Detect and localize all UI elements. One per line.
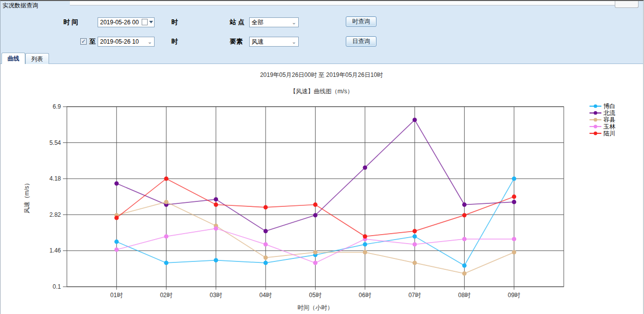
data-point — [413, 118, 417, 122]
corner-tab — [615, 1, 639, 8]
data-point — [264, 255, 268, 260]
data-point — [164, 261, 168, 265]
data-point — [313, 213, 318, 217]
data-point — [462, 271, 467, 276]
legend-marker — [593, 131, 597, 135]
data-point — [363, 250, 367, 254]
time-label: 时 间 — [63, 17, 78, 27]
data-point — [363, 165, 367, 170]
chevron-down-icon: ⌄ — [292, 37, 296, 47]
legend-marker — [593, 118, 597, 122]
y-tick-label: 1.46 — [50, 247, 61, 254]
end-datetime-select[interactable]: 2019-05-26 10 ⌄ — [98, 37, 155, 47]
data-point — [462, 263, 467, 268]
chevron-down-icon: ⌄ — [292, 18, 296, 27]
data-point — [462, 213, 467, 217]
x-tick-label: 04时 — [260, 292, 272, 299]
calendar-icon — [142, 19, 148, 25]
data-point — [512, 194, 516, 199]
data-point — [114, 240, 119, 244]
data-point — [264, 229, 268, 233]
y-tick-label: 6.9 — [53, 103, 61, 110]
chart-legend: 博白北流容县玉林陆川 — [590, 103, 616, 137]
x-axis-title: 时间（小时） — [298, 304, 333, 311]
x-tick-label: 07时 — [408, 292, 421, 299]
top-strip — [70, 1, 636, 5]
x-tick-label: 05时 — [309, 292, 322, 299]
to-label: 至 — [89, 37, 96, 47]
data-point — [363, 234, 367, 239]
legend-item[interactable]: 北流 — [590, 110, 615, 117]
x-tick-label: 09时 — [508, 292, 520, 299]
tab-curve[interactable]: 曲线 — [1, 53, 25, 64]
element-value: 风速 — [252, 38, 264, 45]
x-tick-label: 02时 — [160, 292, 172, 299]
legend-item[interactable]: 玉林 — [590, 123, 616, 130]
y-axis-title: 风速（m/s） — [23, 180, 30, 213]
data-point — [164, 200, 168, 204]
chart-subtitle: 【风速】曲线图（m/s） — [0, 87, 643, 96]
data-point — [214, 226, 218, 231]
data-point — [264, 205, 268, 209]
chart-panel: 2019年05月26日00时 至 2019年05月26日10时 【风速】曲线图（… — [0, 64, 643, 314]
station-value: 全部 — [252, 19, 264, 26]
data-point — [114, 181, 119, 186]
legend-item[interactable]: 博白 — [590, 103, 615, 110]
station-select[interactable]: 全部 ⌄ — [249, 17, 299, 27]
to-checkbox[interactable]: ✓ — [80, 38, 87, 45]
wind-speed-line-chart: 0.11.462.824.185.546.901时02时03时04时05时06时… — [0, 98, 644, 314]
chevron-down-icon: ⌄ — [148, 37, 152, 47]
calendar-dropdown[interactable] — [142, 19, 153, 25]
hour-suffix-2: 时 — [171, 37, 178, 47]
y-tick-label: 4.18 — [50, 175, 61, 182]
legend-label: 玉林 — [603, 123, 616, 130]
x-tick-label: 06时 — [359, 292, 371, 299]
data-point — [114, 248, 119, 252]
gridlines — [67, 107, 564, 287]
view-tabbar: 曲线 列表 — [0, 52, 643, 64]
data-point — [462, 237, 467, 242]
tab-list[interactable]: 列表 — [25, 53, 49, 64]
data-point — [313, 250, 318, 254]
chart-title: 2019年05月26日00时 至 2019年05月26日10时 — [0, 71, 643, 79]
legend-marker — [593, 111, 597, 115]
data-point — [363, 242, 367, 247]
y-tick-label: 0.1 — [53, 283, 61, 290]
data-point — [264, 261, 268, 265]
data-point — [313, 261, 318, 265]
legend-marker — [593, 125, 597, 128]
legend-item[interactable]: 陆川 — [590, 130, 615, 137]
x-tick-label: 03时 — [210, 292, 222, 299]
data-point — [512, 250, 516, 254]
data-point — [164, 177, 168, 181]
legend-label: 博白 — [603, 103, 615, 110]
data-point — [114, 216, 119, 220]
x-tick-label: 01时 — [110, 292, 123, 299]
data-point — [512, 177, 516, 181]
data-point — [313, 202, 318, 207]
window-titlebar: 实况数据查询 — [0, 1, 643, 9]
data-point — [264, 242, 268, 247]
data-point — [214, 258, 218, 262]
element-label: 要素 — [230, 37, 243, 47]
data-point — [413, 242, 417, 247]
hour-query-button[interactable]: 时查询 — [346, 16, 376, 27]
data-point — [413, 261, 417, 265]
y-tick-label: 2.82 — [50, 211, 61, 218]
hour-suffix-1: 时 — [171, 17, 178, 27]
start-datetime-picker[interactable]: 2019-05-26 00 — [98, 17, 155, 27]
station-label: 站 点 — [230, 17, 245, 27]
end-datetime-value: 2019-05-26 10 — [100, 38, 139, 45]
legend-label: 陆川 — [603, 130, 615, 137]
realtime-data-query-window: 实况数据查询 时 间 2019-05-26 00 时 站 点 全部 ⌄ 时查询 … — [0, 0, 644, 314]
day-query-button[interactable]: 日查询 — [346, 36, 376, 47]
data-point — [462, 202, 467, 207]
data-point — [214, 197, 218, 201]
y-tick-label: 5.54 — [50, 139, 61, 146]
legend-label: 容县 — [603, 116, 615, 123]
legend-label: 北流 — [603, 110, 615, 117]
data-point — [512, 200, 516, 204]
data-point — [413, 229, 417, 233]
legend-item[interactable]: 容县 — [590, 116, 615, 123]
element-select[interactable]: 风速 ⌄ — [249, 37, 299, 47]
